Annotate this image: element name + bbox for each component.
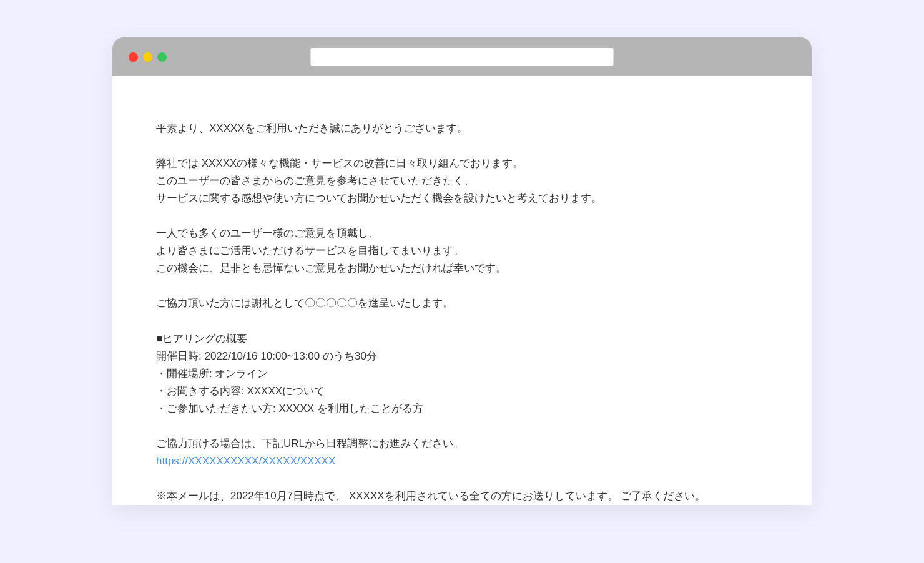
scheduling-link[interactable]: https://XXXXXXXXXX/XXXXX/XXXXX	[156, 455, 335, 467]
purpose-line: 一人でも多くのユーザー様のご意見を頂戴し、	[156, 225, 768, 242]
intro-line: 弊社では XXXXXの様々な機能・サービスの改善に日々取り組んでおります。	[156, 155, 768, 172]
title-bar	[112, 37, 812, 76]
purpose-line: この機会に、是非とも忌憚ないご意見をお聞かせいただければ幸いです。	[156, 260, 768, 277]
browser-window: 平素より、XXXXXをご利用いただき誠にありがとうございます。 弊社では XXX…	[112, 37, 812, 505]
footnote-text: ※本メールは、2022年10月7日時点で、 XXXXXを利用されている全ての方に…	[156, 487, 768, 505]
reward-text: ご協力頂いた方には謝礼として〇〇〇〇〇を進呈いたします。	[156, 295, 768, 312]
traffic-lights	[129, 52, 167, 62]
overview-heading: ■ヒアリングの概要	[156, 330, 768, 348]
close-icon[interactable]	[129, 52, 138, 62]
greeting-text: 平素より、XXXXXをご利用いただき誠にありがとうございます。	[156, 120, 768, 137]
minimize-icon[interactable]	[143, 52, 152, 62]
cta-text: ご協力頂ける場合は、下記URLから日程調整にお進みください。	[156, 435, 768, 453]
email-body: 平素より、XXXXXをご利用いただき誠にありがとうございます。 弊社では XXX…	[112, 76, 812, 505]
purpose-line: より皆さまにご活用いただけるサービスを目指してまいります。	[156, 242, 768, 260]
overview-topic: ・お聞きする内容: XXXXXについて	[156, 383, 768, 400]
overview-location: ・開催場所: オンライン	[156, 365, 768, 383]
address-bar[interactable]	[311, 48, 614, 66]
maximize-icon[interactable]	[157, 52, 167, 62]
overview-audience: ・ご参加いただきたい方: XXXXX を利用したことがる方	[156, 400, 768, 418]
intro-line: サービスに関する感想や使い方についてお聞かせいただく機会を設けたいと考えておりま…	[156, 190, 768, 207]
intro-line: このユーザーの皆さまからのご意見を参考にさせていただきたく、	[156, 172, 768, 190]
overview-datetime: 開催日時: 2022/10/16 10:00~13:00 のうち30分	[156, 348, 768, 365]
